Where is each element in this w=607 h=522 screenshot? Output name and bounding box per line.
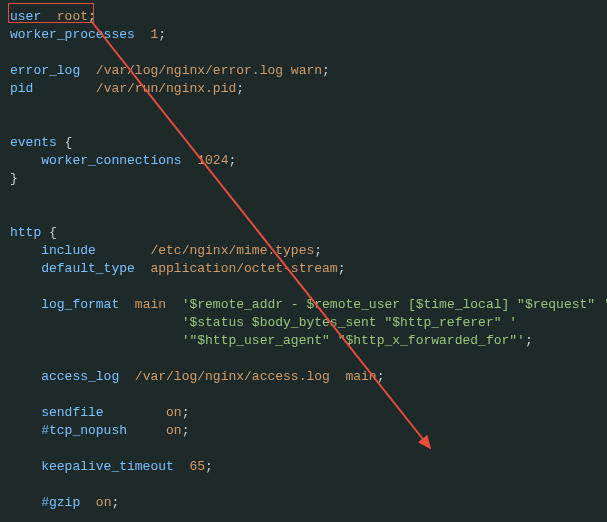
- code-line: #tcp_nopush on;: [0, 422, 607, 440]
- code-token: ;: [338, 261, 346, 276]
- code-line: worker_processes 1;: [0, 26, 607, 44]
- code-line: [0, 98, 607, 116]
- code-token: log_format: [10, 297, 135, 312]
- code-line: [0, 386, 607, 404]
- code-token: ;: [182, 405, 190, 420]
- code-token: #tcp_nopush: [10, 423, 166, 438]
- code-line: [0, 206, 607, 224]
- code-line: [0, 278, 607, 296]
- code-line: pid /var/run/nginx.pid;: [0, 80, 607, 98]
- code-token: 65: [189, 459, 205, 474]
- code-token: '$remote_addr - $remote_user [$time_loca…: [182, 297, 607, 312]
- code-line: }: [0, 170, 607, 188]
- code-token: /var/log/nginx/access.log main: [135, 369, 377, 384]
- code-token: /etc/nginx/mime.types: [150, 243, 314, 258]
- code-token: application/octet-stream: [150, 261, 337, 276]
- code-token: ;: [158, 27, 166, 42]
- code-token: root: [57, 9, 88, 24]
- code-line: '"$http_user_agent" "$http_x_forwarded_f…: [0, 332, 607, 350]
- code-line: sendfile on;: [0, 404, 607, 422]
- code-token: sendfile: [10, 405, 166, 420]
- code-line: include /etc/nginx/mime.types;: [0, 242, 607, 260]
- code-token: worker_connections: [10, 153, 197, 168]
- code-token: on: [96, 495, 112, 510]
- code-line: [0, 116, 607, 134]
- code-token: ;: [322, 63, 330, 78]
- code-token: worker_processes: [10, 27, 150, 42]
- code-token: user: [10, 9, 57, 24]
- code-line: default_type application/octet-stream;: [0, 260, 607, 278]
- code-line: [0, 440, 607, 458]
- code-token: ;: [314, 243, 322, 258]
- code-token: on: [166, 405, 182, 420]
- code-line: worker_connections 1024;: [0, 152, 607, 170]
- code-line: events {: [0, 134, 607, 152]
- code-token: ;: [111, 495, 119, 510]
- code-line: keepalive_timeout 65;: [0, 458, 607, 476]
- code-token: {: [65, 135, 73, 150]
- code-line: [0, 188, 607, 206]
- code-token: keepalive_timeout: [10, 459, 189, 474]
- code-token: default_type: [10, 261, 150, 276]
- code-token: ;: [525, 333, 533, 348]
- code-token: ;: [228, 153, 236, 168]
- code-line: user root;: [0, 8, 607, 26]
- code-token: pid: [10, 81, 96, 96]
- code-token: {: [49, 225, 57, 240]
- code-token: error_log: [10, 63, 96, 78]
- code-token: events: [10, 135, 65, 150]
- code-line: [0, 476, 607, 494]
- code-line: [0, 44, 607, 62]
- code-token: access_log: [10, 369, 135, 384]
- code-token: on: [166, 423, 182, 438]
- code-viewer: user root;worker_processes 1; error_log …: [0, 8, 607, 522]
- code-token: }: [10, 171, 18, 186]
- code-line: log_format main '$remote_addr - $remote_…: [0, 296, 607, 314]
- code-line: [0, 350, 607, 368]
- code-line: access_log /var/log/nginx/access.log mai…: [0, 368, 607, 386]
- code-line: '$status $body_bytes_sent "$http_referer…: [0, 314, 607, 332]
- code-token: ;: [377, 369, 385, 384]
- code-token: ;: [182, 423, 190, 438]
- code-line: [0, 512, 607, 522]
- code-token: include: [10, 243, 150, 258]
- code-token: '$status $body_bytes_sent "$http_referer…: [10, 315, 517, 330]
- code-token: #gzip: [10, 495, 96, 510]
- code-token: '"$http_user_agent" "$http_x_forwarded_f…: [10, 333, 525, 348]
- code-line: http {: [0, 224, 607, 242]
- code-line: error_log /var/log/nginx/error.log warn;: [0, 62, 607, 80]
- code-token: http: [10, 225, 49, 240]
- code-token: main: [135, 297, 182, 312]
- code-token: 1024: [197, 153, 228, 168]
- code-token: ;: [205, 459, 213, 474]
- code-token: /var/run/nginx.pid: [96, 81, 236, 96]
- code-token: ;: [236, 81, 244, 96]
- code-token: /var/log/nginx/error.log warn: [96, 63, 322, 78]
- code-token: ;: [88, 9, 96, 24]
- code-line: #gzip on;: [0, 494, 607, 512]
